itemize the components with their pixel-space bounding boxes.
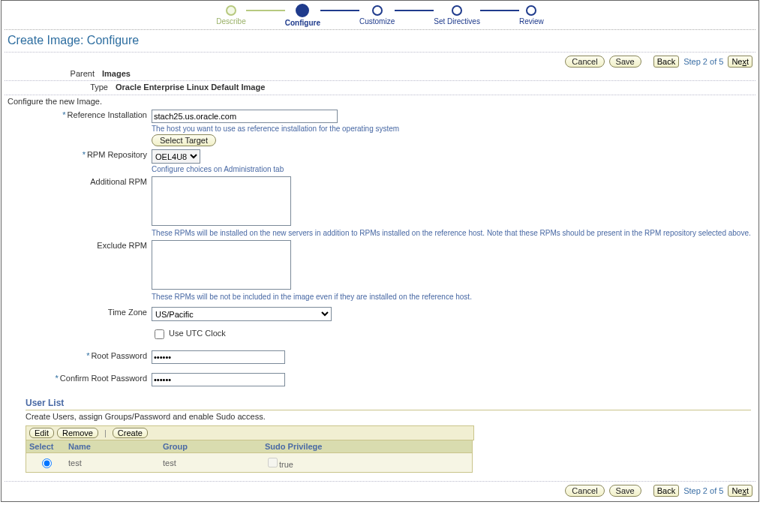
rpm-repository-label: RPM Repository — [87, 150, 147, 159]
exclude-rpm-textarea[interactable] — [152, 240, 291, 290]
toolbar-separator: | — [101, 428, 110, 437]
next-label-part: Ne — [731, 486, 742, 495]
use-utc-clock-label[interactable]: Use UTC Clock — [152, 329, 226, 338]
root-password-label: Root Password — [91, 351, 147, 360]
step-indicator: Step 2 of 5 — [683, 486, 723, 495]
exclude-rpm-label: Exclude RPM — [97, 241, 147, 250]
root-password-input[interactable] — [152, 350, 285, 364]
wizard-circle-icon — [452, 5, 462, 16]
wizard-step-configure[interactable]: Configure — [285, 5, 320, 27]
wizard-step-label: Set Directives — [434, 17, 480, 26]
wizard-step-review[interactable]: Review — [519, 5, 544, 26]
type-label: Type — [63, 83, 108, 92]
use-utc-clock-text: Use UTC Clock — [169, 329, 226, 338]
col-name[interactable]: Name — [65, 440, 160, 453]
wizard-connector — [480, 10, 519, 11]
rpm-repository-hint: Configure choices on Administration tab — [152, 165, 284, 173]
rpm-repository-select[interactable]: OEL4U8 — [152, 149, 200, 164]
select-target-button[interactable]: Select Target — [152, 134, 216, 146]
user-list-table: Select Name Group Sudo Privilege test te… — [26, 440, 473, 473]
row-sudo-text: true — [279, 460, 293, 469]
type-value: Oracle Enterprise Linux Default Image — [116, 83, 265, 92]
wizard-step-label: Customize — [359, 17, 395, 26]
page-title: Create Image: Configure — [2, 32, 758, 50]
col-group[interactable]: Group — [160, 440, 262, 453]
next-label-part: t — [746, 486, 749, 495]
user-list-toolbar: Edit Remove | Create — [26, 425, 474, 440]
table-row: test test true — [26, 453, 473, 473]
parent-label: Parent — [63, 69, 95, 78]
instruction-text: Configure the new Image. — [2, 97, 758, 109]
wizard-step-customize[interactable]: Customize — [359, 5, 395, 26]
wizard-step-set-directives[interactable]: Set Directives — [434, 5, 480, 26]
reference-installation-input[interactable] — [152, 110, 338, 123]
row-sudo-checkbox — [268, 458, 278, 467]
top-button-bar: Cancel Save Back Step 2 of 5 Next — [2, 54, 758, 69]
row-select-radio[interactable] — [42, 458, 52, 468]
wizard-circle-icon — [372, 5, 383, 16]
additional-rpm-textarea[interactable] — [152, 176, 291, 226]
back-button[interactable]: Back — [653, 56, 679, 68]
divider — [5, 94, 755, 95]
wizard-circle-icon — [526, 5, 536, 16]
next-label-part: t — [746, 57, 749, 66]
divider — [5, 51, 755, 53]
wizard-step-label: Review — [519, 17, 544, 26]
row-group: test — [160, 453, 262, 473]
wizard-circle-icon — [296, 4, 309, 17]
back-button[interactable]: Back — [653, 485, 679, 497]
wizard-step-label: Describe — [216, 17, 245, 26]
user-list-title: User List — [26, 398, 751, 410]
additional-rpm-hint: These RPMs will be installed on the new … — [152, 229, 751, 237]
next-button[interactable]: Next — [728, 56, 752, 68]
timezone-label: Time Zone — [108, 308, 147, 317]
timezone-select[interactable]: US/Pacific — [152, 307, 332, 321]
step-indicator: Step 2 of 5 — [683, 57, 723, 66]
save-button[interactable]: Save — [609, 485, 641, 497]
row-name: test — [65, 453, 160, 473]
confirm-root-password-label: Confirm Root Password — [60, 374, 147, 383]
next-label-part: Ne — [731, 57, 742, 66]
edit-button[interactable]: Edit — [29, 428, 54, 438]
wizard-train: Describe Configure Customize Set Directi… — [2, 1, 758, 27]
save-button[interactable]: Save — [609, 56, 641, 68]
wizard-step-describe[interactable]: Describe — [216, 5, 245, 26]
divider — [5, 480, 755, 482]
create-button[interactable]: Create — [113, 428, 148, 438]
additional-rpm-label: Additional RPM — [90, 177, 147, 186]
cancel-button[interactable]: Cancel — [565, 56, 604, 68]
parent-value: Images — [102, 69, 131, 78]
wizard-circle-icon — [226, 5, 236, 16]
remove-button[interactable]: Remove — [57, 428, 98, 438]
divider — [5, 80, 755, 81]
wizard-connector — [395, 10, 434, 11]
wizard-connector — [320, 10, 359, 11]
wizard-connector — [246, 10, 285, 11]
divider — [5, 29, 755, 30]
col-select: Select — [26, 440, 66, 453]
col-sudo[interactable]: Sudo Privilege — [262, 440, 473, 453]
use-utc-clock-checkbox[interactable] — [155, 329, 164, 339]
wizard-step-label: Configure — [285, 19, 320, 27]
cancel-button[interactable]: Cancel — [565, 485, 604, 497]
next-button[interactable]: Next — [728, 485, 752, 497]
user-list-description: Create Users, assign Groups/Password and… — [26, 410, 751, 425]
bottom-button-bar: Cancel Save Back Step 2 of 5 Next — [2, 483, 758, 498]
reference-installation-label: Reference Installation — [68, 110, 147, 119]
confirm-root-password-input[interactable] — [152, 373, 285, 386]
reference-installation-hint: The host you want to use as reference in… — [152, 125, 399, 133]
exclude-rpm-hint: These RPMs will be not be included in th… — [152, 293, 472, 301]
